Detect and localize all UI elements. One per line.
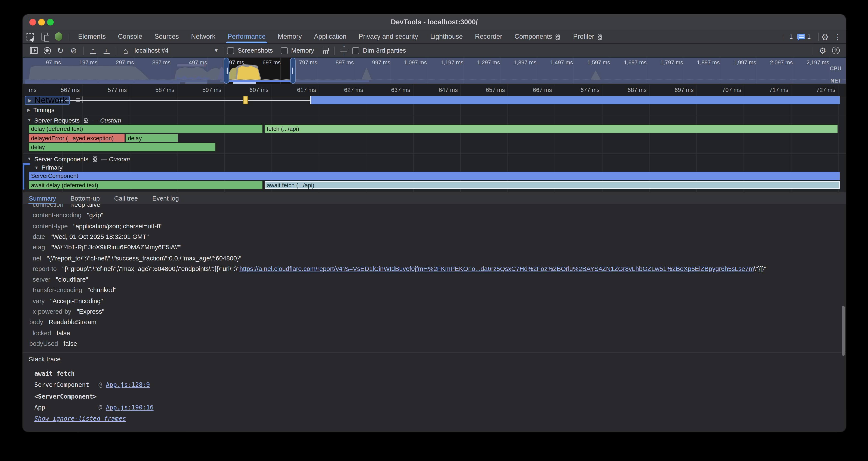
separator [813, 46, 813, 55]
event-bar-await-fetch-selected[interactable]: await fetch (.../api) [265, 181, 840, 189]
show-ignore-listed-frames-link[interactable]: Show ignore-listed frames [34, 415, 126, 422]
expander-expanded-icon[interactable]: ▼ [34, 165, 39, 170]
network-request-bar[interactable] [310, 96, 840, 104]
separator [116, 46, 116, 55]
flame-chart[interactable]: ms 567 ms 577 ms 587 ms 597 ms 607 ms 61… [23, 84, 846, 192]
ruler-tick: 657 ms [472, 86, 505, 93]
tab-sources[interactable]: Sources [149, 30, 185, 43]
more-options-icon[interactable]: ⋮ [834, 32, 841, 41]
event-bar-delay-deferred[interactable]: delay (deferred text) [29, 125, 262, 133]
collapse-sections-icon[interactable]: ↓↑ [338, 44, 350, 57]
inspect-element-icon[interactable] [23, 33, 37, 40]
screenshots-checkbox[interactable] [227, 47, 234, 54]
tab-console[interactable]: Console [112, 30, 149, 43]
dim-3rd-parties-checkbox[interactable] [352, 47, 360, 54]
event-bar-delay[interactable]: delay [126, 134, 178, 142]
expander-expanded-icon[interactable]: ▼ [27, 156, 32, 161]
toggle-sidebar-icon[interactable] [27, 47, 40, 54]
separator [68, 32, 69, 41]
event-bar-delay[interactable]: delay [29, 143, 215, 151]
timeline-overview[interactable]: 97 ms 197 ms 297 ms 397 ms 497 ms 597 ms… [23, 58, 846, 84]
event-bar-server-component[interactable]: ServerComponent [29, 172, 840, 180]
record-icon[interactable] [40, 47, 54, 54]
warning-icon[interactable]: ! [779, 33, 787, 40]
track-server-components[interactable]: ▼ Server Components — Custom [23, 154, 846, 163]
source-location-link[interactable]: App.js:128:9 [106, 381, 150, 388]
clear-icon[interactable]: ⊘ [67, 47, 80, 54]
source-location-link[interactable]: App.js:190:16 [106, 404, 154, 411]
save-profile-icon[interactable]: ↓ [100, 47, 113, 54]
tab-profiler[interactable]: Profiler [567, 30, 609, 43]
history-dropdown[interactable]: localhost #4 ▼ [134, 47, 219, 54]
track-network-label: Network [34, 95, 67, 106]
separator [83, 46, 84, 55]
home-icon[interactable]: ⌂ [119, 46, 132, 55]
event-bar-fetch-api[interactable]: fetch (.../api) [265, 125, 838, 133]
event-bar-delayed-error[interactable]: delayedError (...ayed exception) [29, 134, 125, 142]
dim-3rd-parties-label: Dim 3rd parties [363, 47, 406, 54]
track-timings[interactable]: ▶ Timings [23, 105, 846, 114]
ruler-tick: 707 ms [708, 86, 741, 93]
track-network-selected[interactable]: ▶ Network [25, 96, 70, 105]
ruler-tick: 667 ms [519, 86, 552, 93]
ruler-tick: 687 ms [613, 86, 647, 93]
tab-bottom-up[interactable]: Bottom-up [70, 192, 100, 204]
expander-collapsed-icon[interactable]: ▶ [28, 98, 32, 103]
tab-privacy-security[interactable]: Privacy and security [352, 30, 424, 43]
tab-recorder[interactable]: Recorder [469, 30, 508, 43]
header-row: x-powered-by"Express" [23, 307, 846, 317]
tab-summary[interactable]: Summary [29, 192, 56, 204]
track-accent-line [23, 163, 24, 190]
separator [818, 32, 819, 41]
scrollbar-thumb[interactable] [842, 306, 845, 356]
settings-gear-icon[interactable]: ⚙ [821, 32, 829, 41]
track-primary[interactable]: ▼ Primary [23, 164, 846, 171]
summary-pane[interactable]: connection"keep-alive" content-encoding"… [23, 204, 846, 432]
issues-count: 1 [807, 33, 811, 40]
tab-components[interactable]: Components [508, 30, 567, 43]
tab-elements[interactable]: Elements [72, 30, 112, 43]
track-timings-label: Timings [33, 107, 55, 113]
event-bar-await-delay[interactable]: await delay (deferred text) [29, 181, 262, 189]
garbage-collect-icon[interactable] [319, 47, 332, 54]
header-row: etag"W/\"4b1-RjEJloX9kRinu6F0MAZMmy6E5iA… [23, 242, 846, 253]
help-icon[interactable]: ? [829, 47, 843, 54]
selection-handle-left[interactable] [224, 58, 229, 84]
cpu-label: CPU [830, 65, 841, 71]
ruler-tick: 617 ms [283, 86, 316, 93]
custom-track-suffix: — Custom [101, 155, 130, 162]
tab-call-tree[interactable]: Call tree [114, 192, 138, 204]
extension-gem-icon[interactable] [52, 32, 66, 41]
report-to-url-link[interactable]: https://a.nel.cloudflare.com/report/v4?s… [240, 265, 754, 272]
overview-dim-right [293, 58, 846, 84]
selection-handle-right[interactable] [290, 58, 296, 84]
issues-message-icon[interactable] [797, 34, 805, 39]
tab-performance[interactable]: Performance [221, 30, 272, 43]
tab-lighthouse[interactable]: Lighthouse [424, 30, 469, 43]
expander-collapsed-icon[interactable]: ▶ [27, 107, 31, 112]
tab-network[interactable]: Network [185, 30, 221, 43]
ruler-tick: 727 ms [802, 86, 836, 93]
network-pending-bar[interactable] [243, 96, 248, 104]
ruler-tick: 597 ms [188, 86, 221, 93]
tab-application[interactable]: Application [308, 30, 352, 43]
header-row: date"Wed, 01 Oct 2025 18:32:01 GMT" [23, 232, 846, 242]
memory-checkbox[interactable] [281, 47, 288, 54]
divider [23, 115, 846, 115]
capture-settings-gear-icon[interactable]: ⚙ [816, 46, 829, 55]
property-row: bodyUsedfalse [23, 339, 846, 349]
track-server-requests[interactable]: ▼ Server Requests — Custom [23, 116, 846, 124]
react-atom-icon [83, 117, 89, 123]
load-profile-icon[interactable]: ↑ [86, 47, 99, 54]
device-toolbar-icon[interactable] [37, 33, 52, 40]
reload-record-icon[interactable]: ↻ [54, 47, 67, 54]
header-row: nel"{\"report_to\":\"cf-nel\",\"success_… [23, 253, 846, 264]
details-tab-bar: Summary Bottom-up Call tree Event log [23, 192, 846, 205]
tab-event-log[interactable]: Event log [152, 192, 179, 204]
ruler-tick: 607 ms [236, 86, 269, 93]
header-row: transfer-encoding"chunked" [23, 285, 846, 296]
tab-memory[interactable]: Memory [272, 30, 308, 43]
overview-dim-left [23, 58, 226, 84]
memory-label: Memory [291, 47, 314, 54]
expander-expanded-icon[interactable]: ▼ [27, 117, 32, 122]
